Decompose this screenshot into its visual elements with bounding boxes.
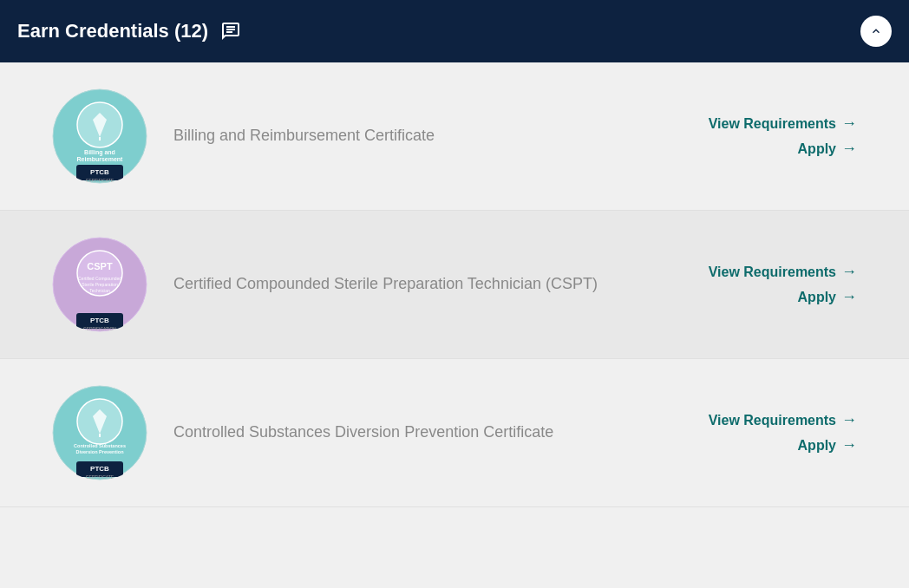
apply-button-controlled[interactable]: Apply → — [798, 436, 857, 454]
credential-actions-billing: View Requirements → Apply → — [666, 114, 857, 158]
arrow-icon: → — [841, 140, 857, 158]
badge-cspt: CSPT Certified Compounded Sterile Prepar… — [52, 237, 147, 332]
credential-actions-controlled: View Requirements → Apply → — [666, 411, 857, 454]
credential-item-controlled: Controlled Substances Diversion Preventi… — [0, 359, 909, 507]
svg-text:CERTIFICATE: CERTIFICATE — [86, 178, 114, 183]
credential-name-billing: Billing and Reimbursement Certificate — [173, 125, 640, 147]
view-requirements-button-billing[interactable]: View Requirements → — [709, 114, 857, 133]
badge-controlled: Controlled Substances Diversion Preventi… — [52, 385, 147, 480]
svg-text:PTCB: PTCB — [90, 168, 109, 176]
svg-text:Billing and: Billing and — [84, 149, 115, 156]
apply-button-billing[interactable]: Apply → — [798, 140, 857, 158]
svg-text:Controlled Substances: Controlled Substances — [74, 443, 126, 448]
arrow-icon: → — [841, 288, 857, 306]
svg-text:CERTIFICATE: CERTIFICATE — [86, 474, 114, 480]
page-header: Earn Credentials (12) — [0, 0, 909, 62]
svg-text:CERTIFICATION: CERTIFICATION — [83, 326, 116, 331]
svg-text:PTCB: PTCB — [90, 317, 109, 324]
arrow-icon: → — [841, 114, 857, 133]
svg-text:Technician: Technician — [89, 288, 110, 293]
credentials-list: Billing and Reimbursement PTCB CERTIFICA… — [0, 62, 909, 507]
page-title: Earn Credentials (12) — [17, 20, 208, 42]
credential-item-billing: Billing and Reimbursement PTCB CERTIFICA… — [0, 62, 909, 211]
svg-text:CSPT: CSPT — [87, 261, 113, 271]
apply-button-cspt[interactable]: Apply → — [798, 288, 857, 306]
view-requirements-button-cspt[interactable]: View Requirements → — [709, 263, 857, 281]
view-requirements-button-controlled[interactable]: View Requirements → — [709, 411, 857, 429]
credential-name-controlled: Controlled Substances Diversion Preventi… — [173, 421, 640, 443]
credential-item-cspt: CSPT Certified Compounded Sterile Prepar… — [0, 211, 909, 359]
credential-actions-cspt: View Requirements → Apply → — [666, 263, 857, 306]
svg-text:Sterile Preparation: Sterile Preparation — [82, 282, 118, 287]
arrow-icon: → — [841, 263, 857, 281]
badge-billing: Billing and Reimbursement PTCB CERTIFICA… — [52, 88, 147, 184]
arrow-icon: → — [841, 411, 857, 429]
collapse-button[interactable] — [860, 16, 892, 47]
svg-text:Certified Compounded: Certified Compounded — [78, 276, 121, 281]
svg-text:PTCB: PTCB — [90, 465, 109, 473]
credential-name-cspt: Certified Compounded Sterile Preparation… — [173, 273, 640, 295]
svg-text:Diversion Prevention: Diversion Prevention — [75, 449, 124, 454]
arrow-icon: → — [841, 436, 857, 454]
header-left: Earn Credentials (12) — [17, 19, 243, 43]
svg-text:Reimbursement: Reimbursement — [77, 156, 124, 162]
chat-icon[interactable] — [219, 19, 243, 43]
